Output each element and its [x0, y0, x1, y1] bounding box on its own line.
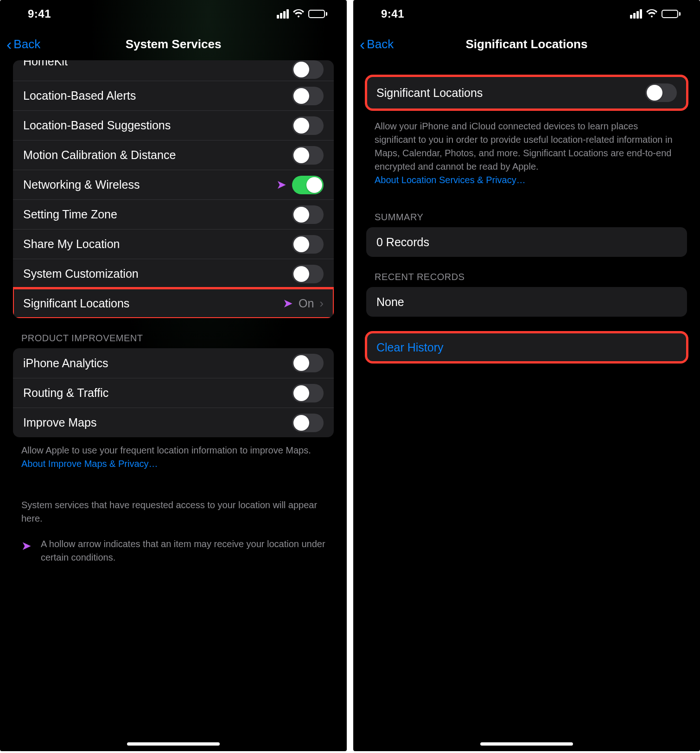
row-label: Setting Time Zone: [23, 208, 292, 221]
wifi-icon: [293, 9, 305, 19]
wifi-icon: [646, 9, 658, 19]
toggle-label: Significant Locations: [376, 86, 645, 100]
row-right: [292, 146, 324, 165]
summary-group: 0 Records: [366, 227, 687, 257]
about-improve-maps-link[interactable]: About Improve Maps & Privacy…: [21, 459, 158, 469]
cellular-icon: [630, 9, 642, 19]
row-right: [292, 60, 324, 79]
status-icons: [630, 9, 681, 19]
clear-history-label: Clear History: [376, 341, 677, 354]
status-time: 9:41: [381, 7, 404, 20]
summary-row: 0 Records: [366, 227, 687, 257]
toggle-switch[interactable]: [292, 205, 324, 224]
row-label: HomeKit: [23, 60, 292, 68]
page-title: System Services: [0, 37, 347, 51]
toggle-switch[interactable]: [292, 60, 324, 79]
significant-locations-desc: Allow your iPhone and iCloud connected d…: [375, 120, 679, 187]
summary-value: 0 Records: [376, 236, 677, 249]
row-label: Improve Maps: [23, 416, 292, 429]
home-indicator[interactable]: [127, 742, 220, 746]
toggle-switch[interactable]: [292, 384, 324, 402]
back-button[interactable]: ‹ Back: [6, 36, 40, 52]
row-homekit[interactable]: HomeKit: [13, 60, 334, 81]
row-label: System Customization: [23, 267, 292, 281]
significant-locations-toggle[interactable]: [645, 83, 677, 102]
status-icons: [277, 9, 327, 19]
phone-screen-system-services: 9:41 ‹ Back System Services HomeKitLocat…: [0, 0, 347, 751]
back-button[interactable]: ‹ Back: [360, 36, 394, 52]
row-label: Motion Calibration & Distance: [23, 148, 292, 162]
row-label: Routing & Traffic: [23, 386, 292, 400]
row-improve-maps[interactable]: Improve Maps: [13, 408, 334, 437]
row-right: [292, 414, 324, 432]
row-right: [292, 87, 324, 105]
toggle-switch[interactable]: [292, 235, 324, 254]
battery-icon: [662, 10, 681, 18]
system-services-note: System services that have requested acce…: [21, 498, 325, 525]
toggle-switch[interactable]: [292, 116, 324, 135]
about-location-services-link[interactable]: About Location Services & Privacy…: [375, 175, 526, 185]
toggle-switch[interactable]: [292, 265, 324, 283]
row-right: [292, 205, 324, 224]
toggle-switch[interactable]: [292, 354, 324, 372]
location-arrow-icon: ➤: [283, 296, 293, 311]
clear-history-group: Clear History: [366, 332, 687, 362]
toggle-switch[interactable]: [292, 146, 324, 165]
row-motion-calibration-distance[interactable]: Motion Calibration & Distance: [13, 140, 334, 170]
product-improvement-group: iPhone AnalyticsRouting & TrafficImprove…: [13, 348, 334, 437]
improve-maps-note: Allow Apple to use your frequent locatio…: [21, 444, 325, 471]
chevron-right-icon: ›: [319, 296, 324, 311]
page-title: Significant Locations: [353, 37, 700, 51]
recent-row: None: [366, 287, 687, 317]
row-iphone-analytics[interactable]: iPhone Analytics: [13, 348, 334, 378]
row-routing-traffic[interactable]: Routing & Traffic: [13, 378, 334, 408]
section-header-recent: RECENT RECORDS: [375, 272, 687, 282]
battery-icon: [308, 10, 327, 18]
row-label: Share My Location: [23, 237, 292, 251]
section-header-product-improvement: PRODUCT IMPROVEMENT: [21, 333, 334, 344]
row-label: Networking & Wireless: [23, 178, 276, 191]
location-arrow-icon: ➤: [21, 539, 32, 553]
row-networking-wireless[interactable]: Networking & Wireless➤: [13, 170, 334, 199]
home-indicator[interactable]: [480, 742, 573, 746]
recent-records-group: None: [366, 287, 687, 317]
legend-text: A hollow arrow indicates that an item ma…: [41, 537, 325, 564]
toggle-switch[interactable]: [292, 414, 324, 432]
toggle-switch[interactable]: [292, 87, 324, 105]
phone-screen-significant-locations: 9:41 ‹ Back Significant Locations Signif…: [353, 0, 700, 751]
status-time: 9:41: [28, 7, 51, 20]
clear-history-button[interactable]: Clear History: [366, 332, 687, 362]
section-header-summary: SUMMARY: [375, 212, 687, 223]
row-value: On: [299, 297, 314, 310]
toggle-switch[interactable]: [292, 176, 324, 194]
toggle-row[interactable]: Significant Locations: [366, 76, 687, 109]
back-label: Back: [13, 37, 40, 51]
row-label: Significant Locations: [23, 297, 283, 310]
row-system-customization[interactable]: System Customization: [13, 259, 334, 288]
recent-value: None: [376, 295, 677, 309]
row-label: Location-Based Alerts: [23, 89, 292, 102]
row-location-based-alerts[interactable]: Location-Based Alerts: [13, 81, 334, 110]
row-significant-locations[interactable]: Significant Locations➤On›: [13, 288, 334, 318]
system-services-group: HomeKitLocation-Based AlertsLocation-Bas…: [13, 60, 334, 318]
row-right: [292, 265, 324, 283]
nav-bar: ‹ Back Significant Locations: [353, 28, 700, 60]
row-setting-time-zone[interactable]: Setting Time Zone: [13, 199, 334, 229]
location-arrow-icon: ➤: [276, 178, 286, 192]
status-bar: 9:41: [353, 0, 700, 28]
row-right: [292, 116, 324, 135]
chevron-left-icon: ‹: [360, 36, 365, 52]
row-right: ➤: [276, 176, 324, 194]
row-right: [292, 384, 324, 402]
cellular-icon: [277, 9, 289, 19]
status-bar: 9:41: [0, 0, 347, 28]
row-right: ➤On›: [283, 296, 324, 311]
back-label: Back: [367, 37, 394, 51]
chevron-left-icon: ‹: [6, 36, 12, 52]
row-label: Location-Based Suggestions: [23, 119, 292, 132]
row-location-based-suggestions[interactable]: Location-Based Suggestions: [13, 110, 334, 140]
row-right: [292, 235, 324, 254]
hollow-arrow-legend: ➤ A hollow arrow indicates that an item …: [21, 537, 325, 564]
row-share-my-location[interactable]: Share My Location: [13, 229, 334, 259]
row-label: iPhone Analytics: [23, 357, 292, 370]
